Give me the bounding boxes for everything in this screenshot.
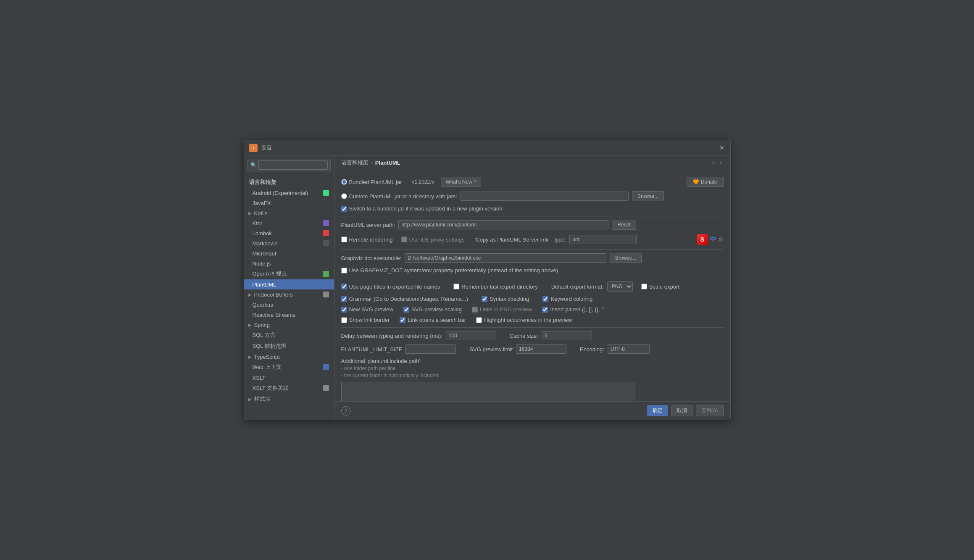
settings-window: I 设置 ✕ 🔍 语言和框架 Android (Experimental) bbox=[244, 140, 731, 420]
grammar-checkbox[interactable] bbox=[341, 296, 347, 302]
switch-checkbox-label[interactable]: Switch to a bundled jar if it was update… bbox=[341, 205, 503, 212]
remote-rendering-label[interactable]: Remote rendering bbox=[341, 237, 393, 243]
show-link-border-checkbox[interactable] bbox=[341, 317, 347, 323]
highlight-occurrences-label[interactable]: Highlight occurrences in the preview bbox=[476, 317, 572, 323]
sidebar-item-lombok[interactable]: Lombok bbox=[244, 228, 334, 238]
graphviz-env-checkbox[interactable] bbox=[341, 268, 347, 273]
cancel-button[interactable]: 取消 bbox=[671, 405, 692, 416]
svg-limit-input[interactable] bbox=[516, 344, 566, 354]
insert-paired-checkbox[interactable] bbox=[542, 307, 548, 313]
custom-radio[interactable] bbox=[341, 193, 347, 199]
highlight-occurrences-checkbox[interactable] bbox=[476, 317, 482, 323]
web-icon bbox=[323, 364, 329, 370]
close-button[interactable]: ✕ bbox=[719, 145, 725, 151]
keyword-coloring-checkbox[interactable] bbox=[542, 296, 548, 302]
sidebar-item-ktor[interactable]: Ktor bbox=[244, 218, 334, 228]
page-titles-label[interactable]: Use page titles in exported file names bbox=[341, 284, 440, 290]
sidebar-item-web-context[interactable]: Web 上下文 bbox=[244, 362, 334, 373]
new-svg-checkbox[interactable] bbox=[341, 307, 347, 313]
sidebar-item-label: SQL 方言 bbox=[253, 331, 276, 339]
search-input[interactable] bbox=[258, 160, 328, 170]
custom-jar-input[interactable] bbox=[461, 192, 629, 201]
sidebar-item-protocol-buffers[interactable]: ▶ Protocol Buffers bbox=[244, 289, 334, 300]
insert-paired-label[interactable]: Insert paired (), [], {}, "" bbox=[542, 306, 605, 313]
apply-button[interactable]: 应用(A) bbox=[696, 405, 724, 416]
server-path-row: PlantUML server path: Reset bbox=[341, 220, 724, 230]
sidebar-item-openapi[interactable]: OpenAPI 规范 bbox=[244, 268, 334, 279]
sidebar-item-sql-dialect[interactable]: SQL 方言 bbox=[244, 330, 334, 341]
sidebar-item-nodejs[interactable]: Node.js bbox=[244, 258, 334, 268]
use-ide-proxy-checkbox[interactable] bbox=[401, 237, 407, 242]
help-button[interactable]: ? bbox=[341, 406, 350, 415]
keyword-coloring-label[interactable]: Keyword coloring bbox=[542, 296, 592, 302]
link-opens-search-checkbox[interactable] bbox=[400, 317, 405, 323]
delay-label: Delay between typing and rendering (ms): bbox=[341, 333, 442, 339]
bundled-radio-label[interactable]: Bundled PlantUML jar bbox=[341, 179, 402, 185]
remember-export-checkbox[interactable] bbox=[453, 284, 459, 289]
breadcrumb-parent[interactable]: 语言和框架 bbox=[341, 159, 369, 166]
page-titles-checkbox[interactable] bbox=[341, 284, 347, 289]
remember-export-label[interactable]: Remember last export directory bbox=[453, 284, 537, 290]
sidebar-item-label: OpenAPI 规范 bbox=[253, 270, 287, 278]
whats-new-button[interactable]: What's New ? bbox=[441, 177, 481, 187]
sidebar-items: Android (Experimental) JavaFX ▶ Kotlin K… bbox=[244, 188, 334, 420]
cache-size-input[interactable] bbox=[542, 331, 592, 340]
custom-radio-label[interactable]: Custom PlantUML jar or a directory with … bbox=[341, 193, 457, 200]
links-png-label[interactable]: Links in PNG preview bbox=[472, 306, 532, 313]
syntax-checking-label[interactable]: Syntax checking bbox=[482, 296, 529, 302]
ktor-icon bbox=[323, 220, 329, 226]
switch-checkbox[interactable] bbox=[341, 206, 347, 212]
scale-export-label[interactable]: Scale export bbox=[641, 284, 679, 290]
sidebar-item-plantuml[interactable]: PlantUML bbox=[244, 279, 334, 289]
scale-export-checkbox[interactable] bbox=[641, 284, 647, 289]
browse-jar-button[interactable]: Browse... bbox=[632, 191, 664, 201]
svg-preview-row: New SVG preview SVG preview scaling Link… bbox=[341, 306, 724, 313]
svg-scaling-label[interactable]: SVG preview scaling bbox=[403, 306, 462, 313]
bundled-radio[interactable] bbox=[341, 179, 347, 185]
sidebar-item-label: Quarkus bbox=[253, 302, 273, 308]
sidebar-item-stylesheet[interactable]: ▶ 样式表 bbox=[244, 394, 334, 405]
encoding-input[interactable] bbox=[608, 344, 650, 354]
link-opens-search-label[interactable]: Link opens a search bar bbox=[400, 317, 466, 323]
svg-scaling-checkbox[interactable] bbox=[403, 307, 409, 313]
sidebar-item-micronaut[interactable]: Micronaut bbox=[244, 248, 334, 258]
search-box: 🔍 bbox=[244, 155, 334, 175]
sougou-zh-icon: 中 bbox=[710, 235, 716, 244]
sidebar-item-android[interactable]: Android (Experimental) bbox=[244, 188, 334, 198]
sidebar-item-spring[interactable]: ▶ Spring bbox=[244, 320, 334, 330]
grammar-label[interactable]: Grammar (Go to Declaration/Usages, Renam… bbox=[341, 296, 468, 302]
delay-input[interactable] bbox=[446, 331, 496, 340]
sidebar-item-markdown[interactable]: Markdown bbox=[244, 238, 334, 248]
links-png-checkbox[interactable] bbox=[472, 307, 478, 313]
new-svg-label[interactable]: New SVG preview bbox=[341, 306, 393, 313]
copy-link-input[interactable] bbox=[569, 235, 637, 244]
sidebar-item-xslt[interactable]: XSLT bbox=[244, 373, 334, 383]
ok-button[interactable]: 确定 bbox=[647, 405, 668, 416]
reset-button[interactable]: Reset bbox=[612, 220, 636, 230]
sidebar-item-sql-resolution[interactable]: SQL 解析范围 bbox=[244, 341, 334, 352]
sidebar-item-reactive-streams[interactable]: Reactive Streams bbox=[244, 310, 334, 320]
additional-path-textarea[interactable] bbox=[341, 382, 635, 401]
browse-graphviz-button[interactable]: Browse... bbox=[610, 253, 642, 263]
encoding-label: Encoding: bbox=[580, 346, 604, 352]
syntax-checking-checkbox[interactable] bbox=[482, 296, 487, 302]
use-ide-proxy-label[interactable]: Use IDE proxy settings bbox=[401, 237, 465, 243]
graphviz-env-label[interactable]: Use GRAPHVIZ_DOT system/env property pre… bbox=[341, 267, 558, 273]
nav-back-button[interactable]: ‹ bbox=[711, 159, 716, 166]
sidebar-item-quarkus[interactable]: Quarkus bbox=[244, 300, 334, 310]
show-link-border-label[interactable]: Show link border bbox=[341, 317, 390, 323]
limit-size-input[interactable] bbox=[405, 344, 456, 354]
sidebar-item-kotlin[interactable]: ▶ Kotlin bbox=[244, 208, 334, 218]
graphviz-input[interactable] bbox=[405, 253, 606, 263]
search-wrapper[interactable]: 🔍 bbox=[247, 159, 331, 171]
remote-rendering-checkbox[interactable] bbox=[341, 237, 347, 242]
expand-icon: ▶ bbox=[247, 292, 253, 297]
sidebar-item-typescript[interactable]: ▶ TypeScript bbox=[244, 352, 334, 362]
format-select[interactable]: PNG SVG EPS PDF bbox=[607, 281, 633, 292]
sidebar-item-label: Micronaut bbox=[253, 250, 276, 257]
sidebar-item-javafx[interactable]: JavaFX bbox=[244, 198, 334, 208]
server-path-input[interactable] bbox=[398, 220, 608, 229]
nav-forward-button[interactable]: › bbox=[718, 159, 723, 166]
donate-button[interactable]: 🧡 Donate bbox=[687, 177, 723, 187]
sidebar-item-xslt-assoc[interactable]: XSLT 文件关联 bbox=[244, 383, 334, 394]
